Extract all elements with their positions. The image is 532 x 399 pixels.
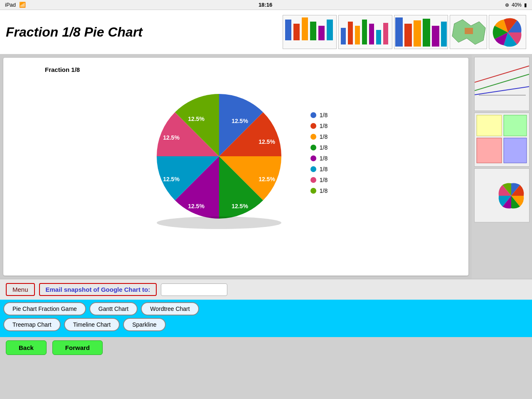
legend-item-6: 1/8 — [310, 177, 328, 183]
svg-text:12.5%: 12.5% — [188, 116, 204, 122]
back-forward-bar: Back Forward — [0, 337, 532, 358]
svg-text:12.5%: 12.5% — [259, 176, 275, 182]
legend-label-2: 1/8 — [320, 133, 328, 140]
legend-label-5: 1/8 — [320, 166, 328, 172]
legend-item-3: 1/8 — [310, 144, 328, 151]
nav-buttons-row: Pie Chart Fraction Game Gantt Chart Word… — [0, 300, 532, 337]
svg-rect-10 — [369, 24, 374, 44]
svg-rect-5 — [327, 20, 333, 40]
nav-btn-sparkline[interactable]: Sparkline — [123, 318, 165, 331]
legend-dot-3 — [310, 145, 316, 150]
svg-rect-15 — [414, 20, 421, 47]
svg-text:12.5%: 12.5% — [163, 176, 180, 182]
svg-point-29 — [157, 217, 281, 229]
page-title: Fraction 1/8 Pie Chart — [6, 25, 143, 40]
svg-rect-8 — [355, 26, 360, 44]
battery-pct: 40% — [512, 2, 522, 8]
chart-content: 12.5% 12.5% 12.5% 12.5% 12.5 — [12, 81, 460, 233]
svg-text:12.5%: 12.5% — [163, 134, 180, 141]
svg-rect-9 — [362, 20, 367, 44]
svg-rect-4 — [318, 26, 325, 40]
thumb-top-3[interactable] — [394, 15, 448, 49]
status-right: ⊕ 40% ▮ — [505, 2, 527, 8]
legend-label-4: 1/8 — [320, 155, 328, 162]
bottom-action-bar: Menu Email snapshot of Google Chart to: — [0, 279, 532, 300]
chart-legend: 1/81/81/81/81/81/81/81/8 — [310, 112, 328, 194]
legend-label-0: 1/8 — [320, 112, 328, 118]
svg-text:12.5%: 12.5% — [232, 203, 248, 209]
email-input[interactable] — [161, 283, 227, 296]
svg-line-32 — [475, 86, 530, 95]
svg-rect-3 — [310, 22, 316, 40]
legend-dot-4 — [310, 155, 316, 161]
thumb-top-pie[interactable] — [489, 15, 526, 49]
nav-btn-treemap[interactable]: Treemap Chart — [3, 318, 61, 331]
nav-btn-wordtree[interactable]: Wordtree Chart — [141, 302, 199, 315]
svg-rect-36 — [477, 138, 502, 163]
right-sidebar — [472, 54, 532, 279]
svg-rect-13 — [395, 17, 403, 47]
nav-row-1: Pie Chart Fraction Game Gantt Chart Word… — [3, 302, 529, 315]
chart-title: Fraction 1/8 — [45, 66, 460, 73]
svg-rect-6 — [341, 28, 346, 44]
legend-dot-7 — [310, 188, 316, 194]
legend-item-4: 1/8 — [310, 155, 328, 162]
svg-rect-34 — [477, 115, 502, 136]
ipad-label: iPad — [5, 2, 16, 8]
svg-text:12.5%: 12.5% — [259, 138, 275, 145]
sidebar-thumb-3[interactable] — [474, 168, 530, 222]
svg-rect-17 — [432, 26, 439, 47]
svg-text:12.5%: 12.5% — [232, 118, 248, 124]
status-time: 18:16 — [259, 2, 272, 8]
menu-button[interactable]: Menu — [6, 283, 35, 296]
main-content: Fraction 1/8 12.5% 12.5% 12.5% — [0, 54, 532, 279]
wifi-icon: 📶 — [19, 2, 26, 8]
thumb-top-map[interactable] — [450, 15, 487, 49]
forward-button[interactable]: Forward — [52, 340, 103, 355]
svg-rect-14 — [404, 24, 412, 47]
svg-rect-12 — [383, 23, 388, 44]
legend-label-1: 1/8 — [320, 123, 328, 129]
svg-rect-7 — [348, 22, 353, 44]
legend-label-3: 1/8 — [320, 144, 328, 151]
status-left: iPad 📶 — [5, 2, 26, 8]
legend-dot-2 — [310, 134, 316, 140]
legend-dot-6 — [310, 177, 316, 183]
legend-item-1: 1/8 — [310, 123, 328, 129]
battery-icon: ▮ — [524, 2, 527, 8]
legend-label-7: 1/8 — [320, 187, 328, 194]
legend-label-6: 1/8 — [320, 177, 328, 183]
pie-chart[interactable]: 12.5% 12.5% 12.5% 12.5% 12.5 — [144, 81, 294, 233]
nav-btn-gantt[interactable]: Gantt Chart — [89, 302, 138, 315]
location-icon: ⊕ — [505, 2, 509, 8]
svg-rect-35 — [504, 115, 527, 136]
legend-item-2: 1/8 — [310, 133, 328, 140]
svg-rect-16 — [423, 19, 430, 47]
svg-rect-11 — [376, 30, 381, 44]
svg-rect-1 — [293, 24, 300, 40]
legend-item-5: 1/8 — [310, 166, 328, 172]
nav-row-2: Treemap Chart Timeline Chart Sparkline — [3, 318, 529, 331]
sidebar-thumb-2[interactable] — [474, 113, 530, 167]
back-button[interactable]: Back — [6, 340, 47, 355]
chart-panel: Fraction 1/8 12.5% 12.5% 12.5% — [3, 58, 468, 276]
svg-rect-2 — [302, 17, 308, 40]
legend-item-7: 1/8 — [310, 187, 328, 194]
legend-item-0: 1/8 — [310, 112, 328, 118]
nav-btn-pie-fraction[interactable]: Pie Chart Fraction Game — [3, 302, 86, 315]
svg-rect-18 — [441, 22, 447, 47]
legend-dot-5 — [310, 166, 316, 172]
thumb-top-1[interactable] — [283, 15, 337, 49]
page-title-bar: Fraction 1/8 Pie Chart — [0, 10, 532, 54]
svg-rect-37 — [504, 138, 527, 163]
svg-rect-33 — [479, 95, 526, 96]
legend-dot-1 — [310, 123, 316, 129]
sidebar-thumb-1[interactable] — [474, 57, 530, 111]
nav-btn-timeline[interactable]: Timeline Chart — [64, 318, 120, 331]
svg-line-31 — [475, 66, 530, 82]
svg-rect-19 — [465, 28, 473, 34]
legend-dot-0 — [310, 112, 316, 118]
thumb-top-2[interactable] — [338, 15, 392, 49]
svg-text:12.5%: 12.5% — [188, 203, 204, 209]
svg-rect-0 — [285, 20, 291, 40]
